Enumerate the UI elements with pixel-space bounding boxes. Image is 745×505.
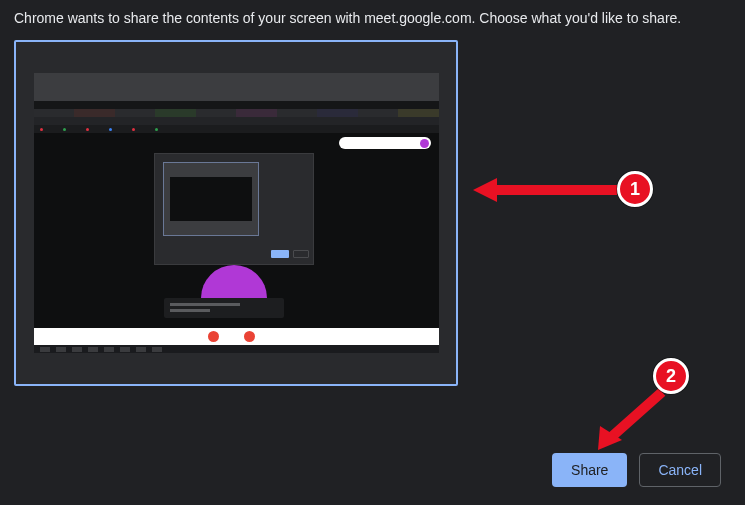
svg-marker-3 [598, 426, 622, 450]
screen-preview [34, 73, 439, 353]
annotation-badge-1: 1 [617, 171, 653, 207]
dialog-actions: Share Cancel [552, 453, 721, 487]
share-prompt-text: Chrome wants to share the contents of yo… [0, 0, 745, 32]
screen-thumbnail[interactable] [14, 40, 458, 386]
svg-line-2 [608, 392, 662, 440]
cancel-button[interactable]: Cancel [639, 453, 721, 487]
annotation-badge-2: 2 [653, 358, 689, 394]
share-button[interactable]: Share [552, 453, 627, 487]
annotation-arrow-2 [590, 388, 670, 458]
thumbnail-area [0, 32, 745, 394]
